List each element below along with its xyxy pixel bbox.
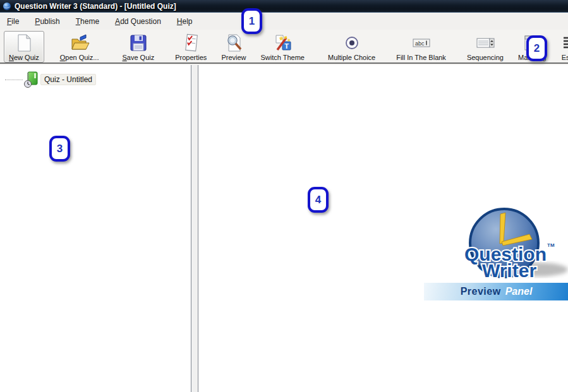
content-area: Quiz - Untitled Question: [0, 65, 568, 392]
svg-text:abc: abc: [415, 40, 425, 47]
spinner-list-icon: [475, 33, 495, 53]
sequencing-button[interactable]: Sequencing: [462, 31, 509, 62]
quiz-book-icon: [23, 71, 39, 88]
open-quiz-button[interactable]: Open Quiz...: [55, 31, 104, 62]
menu-bar: File Publish Theme Add Question Help: [0, 13, 568, 30]
save-quiz-button[interactable]: Save Quiz: [117, 31, 159, 62]
preview-button[interactable]: Preview: [216, 31, 251, 62]
theme-wand-icon: T: [272, 33, 293, 53]
svg-text:T: T: [284, 42, 289, 50]
radio-button-icon: [342, 33, 362, 53]
window-title: Question Writer 3 (Standard) - [Untitled…: [15, 2, 176, 11]
new-quiz-button[interactable]: New Quiz: [4, 31, 44, 62]
switch-theme-button[interactable]: T Switch Theme: [256, 31, 310, 62]
checklist-icon: [181, 33, 201, 53]
svg-text:Writer: Writer: [482, 260, 536, 281]
question-writer-logo: Question Writer TM: [459, 205, 568, 290]
tree-item-quiz-untitled[interactable]: Quiz - Untitled: [0, 71, 96, 88]
text-field-icon: abc: [411, 33, 432, 53]
toolbar: New Quiz Open Quiz... Save Quiz: [0, 30, 568, 64]
callout-badge-1: 1: [241, 8, 262, 34]
preview-panel-banner: Preview Panel: [424, 283, 568, 300]
callout-badge-2: 2: [526, 35, 547, 61]
banner-bold-text: Preview: [461, 286, 501, 297]
menu-theme[interactable]: Theme: [70, 14, 105, 29]
tree-item-label: Quiz - Untitled: [40, 74, 96, 85]
floppy-disk-icon: [128, 33, 148, 53]
banner-italic-text: Panel: [505, 286, 533, 297]
menu-file[interactable]: File: [1, 14, 25, 29]
callout-badge-3: 3: [49, 136, 70, 162]
open-folder-icon: [69, 33, 90, 53]
magnifier-document-icon: [224, 33, 244, 53]
multiple-choice-button[interactable]: Multiple Choice: [323, 31, 380, 62]
new-quiz-icon: [14, 33, 34, 53]
app-icon: [3, 2, 11, 11]
essay-lines-icon: [561, 33, 568, 53]
callout-badge-4: 4: [308, 187, 329, 213]
menu-help[interactable]: Help: [171, 14, 198, 29]
app-window: Question Writer 3 (Standard) - [Untitled…: [0, 0, 568, 392]
menu-add-question[interactable]: Add Question: [109, 14, 167, 29]
title-bar: Question Writer 3 (Standard) - [Untitled…: [0, 0, 568, 13]
fill-in-the-blank-button[interactable]: abc Fill In The Blank: [391, 31, 451, 62]
preview-panel: Question Writer TM Preview Panel: [198, 65, 568, 392]
panel-splitter[interactable]: [192, 65, 198, 392]
menu-publish[interactable]: Publish: [29, 14, 65, 29]
properties-button[interactable]: Properties: [170, 31, 212, 62]
quiz-tree-panel: Quiz - Untitled: [0, 65, 191, 392]
svg-text:TM: TM: [547, 242, 555, 248]
essay-button[interactable]: Essay: [556, 31, 568, 62]
tree-branch-line: [5, 80, 23, 80]
